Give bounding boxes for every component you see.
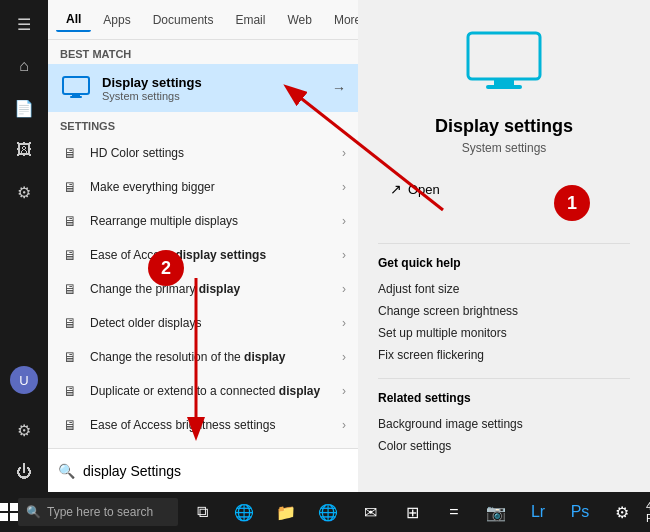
monitor-small-icon: 🖥 (60, 347, 80, 367)
taskbar-right: 4:30 PM 10/15/2020 (646, 500, 650, 524)
photo-icon[interactable]: 📷 (476, 492, 516, 532)
quick-help-title: Get quick help (378, 256, 461, 270)
home-icon[interactable]: ⌂ (0, 46, 48, 86)
calculator-icon[interactable]: = (434, 492, 474, 532)
list-item[interactable]: 🖥 Rearrange multiple displays › (48, 204, 358, 238)
taskbar-time: 4:30 PM (646, 500, 650, 524)
list-item[interactable]: 🖥 Ease of Access brightness settings › (48, 408, 358, 442)
list-item-text: Detect older displays (90, 316, 332, 330)
apps-icon[interactable]: ⊞ (392, 492, 432, 532)
monitor-small-icon: 🖥 (60, 177, 80, 197)
taskbar-search-box[interactable]: 🔍 Type here to search (18, 498, 178, 526)
svg-rect-2 (70, 96, 82, 98)
taskbar-icons: ⧉ 🌐 📁 🌐 ✉ ⊞ = 📷 Lr Ps ⚙ (178, 492, 646, 532)
windows-sidebar: ☰ ⌂ 📄 🖼 ⚙ U ⚙ ⏻ (0, 0, 48, 492)
pictures-sidebar-icon[interactable]: 🖼 (0, 130, 48, 170)
taskbar-search-icon: 🔍 (26, 505, 41, 519)
detail-subtitle: System settings (462, 141, 547, 155)
detail-title: Display settings (435, 116, 573, 137)
taskbar: 🔍 Type here to search ⧉ 🌐 📁 🌐 ✉ ⊞ = 📷 Lr… (0, 492, 650, 532)
svg-rect-5 (486, 85, 522, 89)
best-match-label: Best match (48, 40, 358, 64)
list-arrow-icon: › (342, 384, 346, 398)
list-item[interactable]: 🖥 Duplicate or extend to a connected dis… (48, 374, 358, 408)
monitor-small-icon: 🖥 (60, 279, 80, 299)
monitor-small-icon: 🖥 (60, 381, 80, 401)
monitor-small-icon: 🖥 (60, 415, 80, 435)
divider (378, 378, 630, 379)
list-item-text: Make everything bigger (90, 180, 332, 194)
settings-sidebar-icon[interactable]: ⚙ (0, 172, 48, 212)
quick-link[interactable]: Fix screen flickering (378, 344, 484, 366)
quick-link[interactable]: Change screen brightness (378, 300, 518, 322)
svg-rect-9 (0, 503, 8, 511)
related-link[interactable]: Background image settings (378, 413, 523, 435)
file-explorer-icon[interactable]: 📁 (266, 492, 306, 532)
list-arrow-icon: › (342, 146, 346, 160)
list-item-text: Rearrange multiple displays (90, 214, 332, 228)
list-arrow-icon: › (342, 418, 346, 432)
monitor-small-icon: 🖥 (60, 211, 80, 231)
lightroom-icon[interactable]: Lr (518, 492, 558, 532)
svg-rect-3 (468, 33, 540, 79)
list-item[interactable]: 🖥 HD Color settings › (48, 136, 358, 170)
edge-icon[interactable]: 🌐 (224, 492, 264, 532)
detail-panel: Display settings System settings ↗ Open … (358, 0, 650, 492)
open-icon: ↗ (390, 181, 402, 197)
list-item[interactable]: 🖥 Change the resolution of the display › (48, 340, 358, 374)
search-input-bar: 🔍 (48, 448, 358, 492)
start-button[interactable] (0, 492, 18, 532)
monitor-small-icon: 🖥 (60, 313, 80, 333)
list-item[interactable]: 🖥 Make everything bigger › (48, 170, 358, 204)
documents-sidebar-icon[interactable]: 📄 (0, 88, 48, 128)
settings-section-label: Settings (48, 112, 358, 136)
list-arrow-icon: › (342, 350, 346, 364)
taskbar-search-text: Type here to search (47, 505, 153, 519)
best-match-item[interactable]: Display settings System settings → (48, 64, 358, 112)
detail-monitor-icon (464, 24, 544, 104)
start-menu: All Apps Documents Email Web More ▼ Feed… (48, 0, 650, 492)
search-panel: All Apps Documents Email Web More ▼ Feed… (48, 0, 358, 492)
settings-bottom-icon[interactable]: ⚙ (0, 410, 48, 450)
task-view-icon[interactable]: ⧉ (182, 492, 222, 532)
svg-rect-11 (0, 513, 8, 521)
related-settings-title: Related settings (378, 391, 471, 405)
tab-email[interactable]: Email (225, 9, 275, 31)
settings-taskbar-icon[interactable]: ⚙ (602, 492, 642, 532)
list-item[interactable]: 🖥 Detect older displays › (48, 306, 358, 340)
list-item-text: Change the primary display (90, 282, 332, 296)
quick-link[interactable]: Set up multiple monitors (378, 322, 507, 344)
monitor-small-icon: 🖥 (60, 143, 80, 163)
list-arrow-icon: › (342, 282, 346, 296)
display-settings-icon (60, 72, 92, 104)
list-arrow-icon: › (342, 214, 346, 228)
list-item[interactable]: 🖥 Change the primary display › (48, 272, 358, 306)
tab-all[interactable]: All (56, 8, 91, 32)
list-item-text: HD Color settings (90, 146, 332, 160)
tab-web[interactable]: Web (277, 9, 321, 31)
list-item-text: Duplicate or extend to a connected displ… (90, 384, 332, 398)
list-arrow-icon: › (342, 180, 346, 194)
chrome-icon[interactable]: 🌐 (308, 492, 348, 532)
list-item-text: Ease of Access display settings (90, 248, 332, 262)
list-arrow-icon: › (342, 316, 346, 330)
open-button[interactable]: ↗ Open (378, 175, 452, 203)
mail-icon[interactable]: ✉ (350, 492, 390, 532)
photoshop-icon[interactable]: Ps (560, 492, 600, 532)
tab-apps[interactable]: Apps (93, 9, 140, 31)
quick-link[interactable]: Adjust font size (378, 278, 459, 300)
settings-list: 🖥 HD Color settings › 🖥 Make everything … (48, 136, 358, 448)
svg-rect-10 (10, 503, 18, 511)
search-tabs: All Apps Documents Email Web More ▼ Feed… (48, 0, 358, 40)
best-match-title: Display settings (102, 75, 322, 90)
list-item-text: Ease of Access brightness settings (90, 418, 332, 432)
list-item[interactable]: 🖥 Ease of Access display settings › (48, 238, 358, 272)
user-avatar[interactable]: U (0, 360, 48, 400)
svg-rect-12 (10, 513, 18, 521)
power-icon[interactable]: ⏻ (0, 452, 48, 492)
search-input[interactable] (83, 463, 348, 479)
related-link[interactable]: Color settings (378, 435, 451, 457)
hamburger-menu-icon[interactable]: ☰ (0, 4, 48, 44)
best-match-text: Display settings System settings (102, 75, 322, 102)
tab-documents[interactable]: Documents (143, 9, 224, 31)
